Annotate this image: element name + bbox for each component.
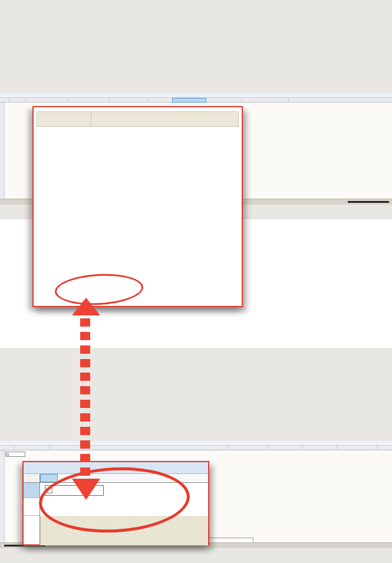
- column-header-selected[interactable]: [172, 98, 206, 103]
- column-header[interactable]: [26, 98, 68, 103]
- arrow-dash: [80, 427, 90, 435]
- column-header[interactable]: [242, 98, 289, 103]
- leadsheets-column-header: [91, 112, 238, 126]
- arrowhead-down-icon: [72, 479, 100, 500]
- column-header-row: [0, 98, 392, 103]
- column-header[interactable]: [318, 446, 337, 450]
- summary-table: [37, 111, 239, 127]
- column-header[interactable]: [361, 446, 377, 450]
- row-number[interactable]: [24, 483, 40, 498]
- arrow-dash: [80, 440, 90, 449]
- column-header[interactable]: [250, 446, 269, 450]
- review-summary-callout: [32, 106, 243, 307]
- arrow-dash: [80, 332, 90, 340]
- row-number[interactable]: [24, 498, 40, 516]
- column-header-selected[interactable]: [40, 474, 58, 482]
- arrow-dash: [80, 373, 90, 381]
- arrow-dash: [80, 454, 90, 462]
- arrow-dash: [80, 318, 90, 327]
- column-header[interactable]: [284, 446, 303, 450]
- row-number-rail: [0, 103, 5, 199]
- reviewed-cell[interactable]: [5, 452, 25, 457]
- scrollbar-thumb[interactable]: [348, 201, 389, 203]
- callout-title: [34, 107, 242, 111]
- arrow-dash: [80, 345, 90, 354]
- column-header[interactable]: [9, 98, 26, 103]
- column-header[interactable]: [206, 98, 242, 103]
- column-header[interactable]: [2, 98, 9, 103]
- row-number-rail: [0, 450, 5, 542]
- arrow-dash: [80, 359, 90, 367]
- row-number[interactable]: [24, 516, 40, 545]
- arrow-dash: [80, 400, 90, 408]
- checkbox[interactable]: [6, 453, 9, 456]
- column-header[interactable]: [209, 446, 228, 450]
- column-header-row: [0, 446, 392, 450]
- column-header[interactable]: [4, 446, 14, 450]
- srno-column-header: [37, 112, 91, 126]
- arrow-dash: [80, 386, 90, 394]
- arrowhead-up-icon: [72, 298, 100, 315]
- column-header[interactable]: [24, 446, 50, 450]
- column-header[interactable]: [110, 98, 149, 103]
- arrow-dash: [80, 467, 90, 476]
- arrow-dash: [80, 413, 90, 422]
- corner-cell[interactable]: [24, 474, 40, 482]
- composite-screenshot: [0, 0, 392, 563]
- column-header[interactable]: [68, 98, 110, 103]
